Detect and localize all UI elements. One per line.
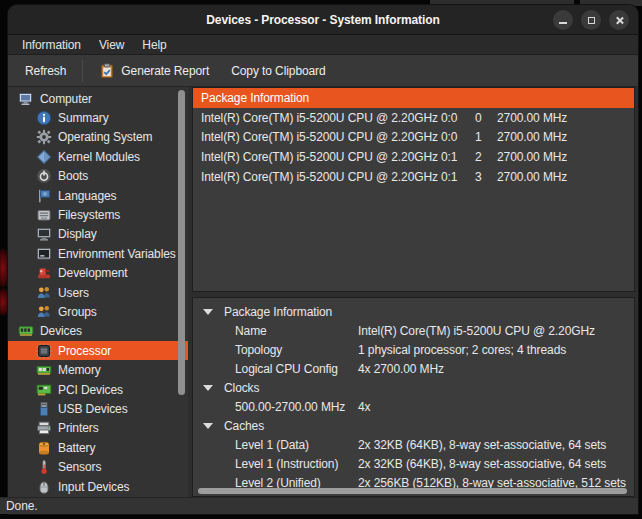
detail-section-label: Caches — [224, 419, 264, 433]
menu-help[interactable]: Help — [133, 38, 175, 52]
sidebar-item-label: Printers — [58, 421, 99, 435]
detail-rows: Package InformationNameIntel(R) Core(TM)… — [193, 298, 634, 492]
detail-value: 4x 2700.00 MHz — [358, 362, 444, 376]
usb-devices-icon — [36, 401, 52, 417]
cpu-core: 3 — [475, 170, 497, 184]
flag-icon — [36, 188, 52, 204]
close-icon — [615, 16, 624, 25]
sidebar-item-users[interactable]: Users — [8, 283, 188, 302]
detail-section-package-information[interactable]: Package Information — [193, 302, 634, 321]
expander-down-icon[interactable] — [203, 309, 213, 315]
sidebar-item-label: USB Devices — [58, 402, 128, 416]
cpu-rows: Intel(R) Core(TM) i5-5200U CPU @ 2.20GHz… — [193, 108, 634, 186]
detail-label: 500.00-2700.00 MHz — [235, 400, 358, 414]
sidebar-item-label: Devices — [40, 324, 82, 338]
detail-section-caches[interactable]: Caches — [193, 416, 634, 435]
detail-row-level-1-instruction[interactable]: Level 1 (Instruction)2x 32KB (64KB), 8-w… — [193, 454, 634, 473]
sidebar-item-label: Input Devices — [58, 480, 129, 494]
window-title: Devices - Processor - System Information — [8, 13, 638, 27]
sidebar-item-label: Languages — [58, 189, 117, 203]
cpu-core: 0 — [475, 111, 497, 125]
sidebar-item-boots[interactable]: Boots — [8, 167, 188, 186]
sidebar-item-pci-devices[interactable]: PCI Devices — [8, 380, 188, 399]
detail-section-label: Package Information — [224, 305, 332, 319]
detail-row-name[interactable]: NameIntel(R) Core(TM) i5-5200U CPU @ 2.2… — [193, 321, 634, 340]
detail-value: 2x 32KB (64KB), 8-way set-associative, 6… — [358, 438, 606, 452]
generate-report-button[interactable]: Generate Report — [88, 58, 220, 84]
detail-row-logical-cpu-config[interactable]: Logical CPU Config4x 2700.00 MHz — [193, 359, 634, 378]
cpu-core: 1 — [475, 130, 497, 144]
detail-section-clocks[interactable]: Clocks — [193, 378, 634, 397]
sidebar-item-languages[interactable]: Languages — [8, 186, 188, 205]
sidebar-item-filesystems[interactable]: Filesystems — [8, 205, 188, 224]
cpu-table-row[interactable]: Intel(R) Core(TM) i5-5200U CPU @ 2.20GHz… — [193, 128, 634, 148]
close-button[interactable] — [609, 10, 629, 30]
sidebar-item-input-devices[interactable]: Input Devices — [8, 477, 188, 496]
package-information-header-row[interactable]: Package Information — [193, 88, 634, 108]
cpu-socket: 0:0 — [441, 111, 475, 125]
detail-row-level-1-data[interactable]: Level 1 (Data)2x 32KB (64KB), 8-way set-… — [193, 435, 634, 454]
generate-report-label: Generate Report — [121, 64, 209, 78]
sidebar-item-printers[interactable]: Printers — [8, 419, 188, 438]
maximize-icon — [588, 17, 595, 24]
detail-label: Level 1 (Data) — [235, 438, 358, 452]
window-controls — [553, 10, 629, 30]
sidebar-item-label: Computer — [40, 92, 92, 106]
clipboard-icon — [99, 63, 115, 79]
sidebar-item-label: Operating System — [58, 130, 152, 144]
sidebar-item-computer[interactable]: Computer — [8, 89, 188, 108]
minimize-button[interactable] — [553, 10, 573, 30]
sidebar-item-kernel-modules[interactable]: Kernel Modules — [8, 147, 188, 166]
app-window: Devices - Processor - System Information… — [8, 5, 638, 514]
summary-info-icon — [36, 110, 52, 126]
sidebar-item-usb-devices[interactable]: USB Devices — [8, 399, 188, 418]
sidebar-item-devices[interactable]: Devices — [8, 322, 188, 341]
toolbar-separator — [82, 60, 83, 82]
cpu-table-row[interactable]: Intel(R) Core(TM) i5-5200U CPU @ 2.20GHz… — [193, 147, 634, 167]
detail-value: 2x 32KB (64KB), 8-way set-associative, 6… — [358, 457, 606, 471]
menu-information[interactable]: Information — [13, 38, 90, 52]
sidebar-item-sensors[interactable]: Sensors — [8, 457, 188, 476]
development-icon — [36, 265, 52, 281]
sidebar-item-label: Summary — [58, 111, 109, 125]
expander-down-icon[interactable] — [203, 385, 213, 391]
sidebar-item-battery[interactable]: Battery — [8, 438, 188, 457]
sidebar-tree: ComputerSummaryOperating SystemKernel Mo… — [8, 87, 188, 497]
detail-label: Logical CPU Config — [235, 362, 358, 376]
horizontal-scrollbar[interactable] — [198, 488, 627, 494]
mouse-icon — [36, 479, 52, 495]
cpu-table-row[interactable]: Intel(R) Core(TM) i5-5200U CPU @ 2.20GHz… — [193, 167, 634, 187]
refresh-button[interactable]: Refresh — [14, 58, 77, 84]
sidebar-item-groups[interactable]: Groups — [8, 302, 188, 321]
detail-section-label: Clocks — [224, 381, 259, 395]
toolbar: Refresh Generate Report Copy to Clipboar… — [8, 55, 638, 87]
sidebar-item-memory[interactable]: Memory — [8, 360, 188, 379]
pci-devices-icon — [36, 382, 52, 398]
sidebar-item-operating-system[interactable]: Operating System — [8, 128, 188, 147]
copy-to-clipboard-label: Copy to Clipboard — [231, 64, 325, 78]
detail-row-topology[interactable]: Topology1 physical processor; 2 cores; 4… — [193, 340, 634, 359]
maximize-button[interactable] — [581, 10, 601, 30]
sidebar-item-label: Groups — [58, 305, 97, 319]
sidebar-item-processor[interactable]: Processor — [8, 341, 188, 360]
sidebar-item-development[interactable]: Development — [8, 264, 188, 283]
sidebar-scrollbar[interactable] — [178, 90, 185, 395]
display-icon — [36, 226, 52, 242]
sidebar-item-environment-variables[interactable]: Environment Variables — [8, 244, 188, 263]
cpu-table-row[interactable]: Intel(R) Core(TM) i5-5200U CPU @ 2.20GHz… — [193, 108, 634, 128]
cpu-name: Intel(R) Core(TM) i5-5200U CPU @ 2.20GHz — [201, 150, 441, 164]
sidebar-item-display[interactable]: Display — [8, 225, 188, 244]
copy-to-clipboard-button[interactable]: Copy to Clipboard — [220, 58, 336, 84]
memory-icon — [36, 362, 52, 378]
power-icon — [36, 168, 52, 184]
sidebar-item-label: Sensors — [58, 460, 101, 474]
cpu-frequency: 2700.00 MHz — [497, 111, 634, 125]
groups-icon — [36, 304, 52, 320]
cpu-frequency: 2700.00 MHz — [497, 130, 634, 144]
detail-row-500-00-2700-00-mhz[interactable]: 500.00-2700.00 MHz4x — [193, 397, 634, 416]
expander-down-icon[interactable] — [203, 423, 213, 429]
users-icon — [36, 285, 52, 301]
sidebar-item-summary[interactable]: Summary — [8, 108, 188, 127]
sidebar-item-label: Processor — [58, 344, 111, 358]
menu-view[interactable]: View — [90, 38, 133, 52]
